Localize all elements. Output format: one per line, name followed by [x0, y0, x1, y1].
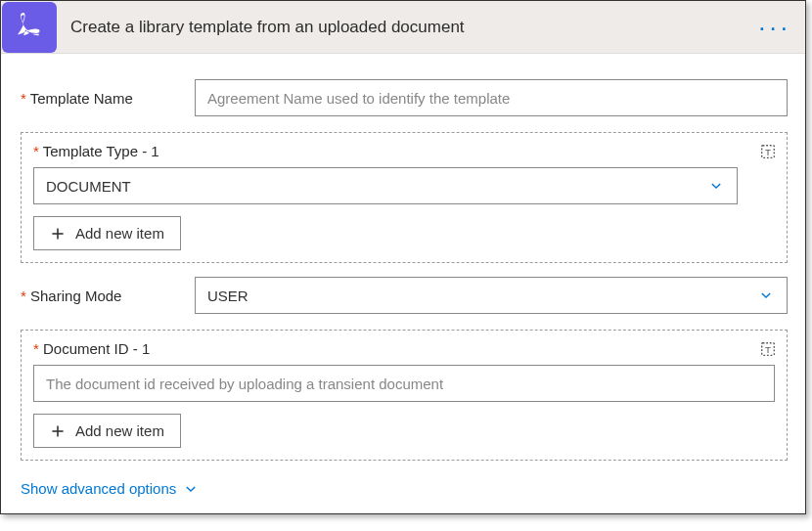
sharing-mode-row: * Sharing Mode USER: [21, 277, 788, 314]
adobe-acrobat-icon: [2, 2, 57, 53]
required-asterisk: *: [21, 288, 26, 304]
template-type-label: * Template Type - 1: [33, 143, 775, 159]
template-name-row: * Template Name: [21, 79, 788, 116]
array-mode-icon[interactable]: T: [759, 340, 777, 358]
card-body: * Template Name T * Template Type - 1 DO…: [1, 54, 805, 513]
show-advanced-options-button[interactable]: Show advanced options: [21, 480, 198, 497]
action-card: Create a library template from an upload…: [0, 0, 806, 514]
required-asterisk: *: [21, 90, 26, 107]
add-template-type-label: Add new item: [75, 225, 164, 242]
card-title: Create a library template from an upload…: [70, 18, 758, 37]
plus-icon: [50, 423, 66, 439]
plus-icon: [50, 226, 66, 242]
array-mode-icon[interactable]: T: [759, 143, 777, 160]
template-name-label: * Template Name: [21, 90, 195, 107]
template-type-group: T * Template Type - 1 DOCUMENT Add: [21, 132, 788, 263]
add-document-id-label: Add new item: [75, 422, 164, 439]
template-name-input[interactable]: [195, 79, 788, 116]
required-asterisk: *: [33, 143, 39, 159]
svg-text:T: T: [765, 344, 771, 355]
advanced-label: Show advanced options: [21, 480, 176, 497]
document-id-input[interactable]: [33, 365, 775, 402]
chevron-down-icon: [184, 482, 198, 496]
template-type-select[interactable]: DOCUMENT: [33, 167, 738, 204]
document-id-label: * Document ID - 1: [33, 340, 775, 357]
document-id-group: T * Document ID - 1 Add new item: [21, 330, 788, 461]
sharing-mode-value: USER: [207, 288, 248, 304]
add-document-id-button[interactable]: Add new item: [33, 414, 181, 448]
chevron-down-icon: [709, 179, 723, 193]
chevron-down-icon: [759, 288, 773, 302]
required-asterisk: *: [33, 340, 39, 357]
sharing-mode-select[interactable]: USER: [195, 277, 788, 314]
svg-text:T: T: [765, 147, 771, 157]
add-template-type-button[interactable]: Add new item: [33, 216, 181, 250]
template-type-value: DOCUMENT: [46, 178, 131, 195]
sharing-mode-label: * Sharing Mode: [21, 288, 195, 304]
card-header: Create a library template from an upload…: [1, 1, 805, 54]
more-options-button[interactable]: ...: [758, 19, 791, 36]
